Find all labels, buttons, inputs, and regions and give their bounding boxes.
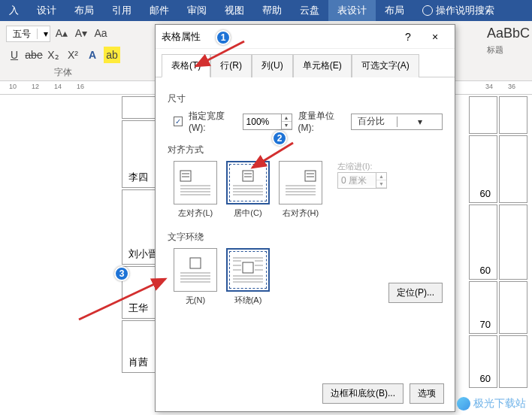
ruler-tick: 16 [77,83,84,90]
style-name: 标题 [484,44,529,56]
shrink-font-icon[interactable]: A▾ [73,25,89,41]
ribbon-tab-mailings[interactable]: 邮件 [141,0,178,21]
ruler-tick: 14 [54,83,62,90]
ribbon-tabs: 入 设计 布局 引用 邮件 审阅 视图 帮助 云盘 表设计 布局 操作说明搜索 [0,0,532,21]
svg-rect-26 [243,262,253,273]
grow-font-icon[interactable]: A▴ [53,25,70,41]
dialog-titlebar[interactable]: 表格属性 ? × [156,25,455,49]
wrap-none-option[interactable] [174,248,217,292]
lightbulb-icon [422,5,433,16]
annotation-badge-1: 1 [216,30,231,45]
superscript-button[interactable]: X² [65,47,81,63]
watermark: 极光下载站 [457,397,526,410]
spinner-down-icon[interactable]: ▼ [282,122,292,129]
wrap-section-label: 文字环绕 [168,231,443,244]
underline-button[interactable]: U [6,47,23,63]
specify-width-checkbox[interactable]: ✓ [174,117,183,126]
ribbon-tab-cloud[interactable]: 云盘 [291,0,328,21]
table-cell[interactable]: 70 [469,281,497,334]
table-properties-dialog: 表格属性 ? × 表格(T) 行(R) 列(U) 单元格(E) 可选文字(A) … [155,24,455,412]
dialog-body: 尺寸 ✓ 指定宽度(W): ▲▼ 度量单位(M): 百分比 ▾ 对齐方式 左对齐… [156,77,455,315]
left-indent-input [338,175,376,186]
ribbon-tab-table-design[interactable]: 表设计 [328,0,376,21]
spinner-up-icon: ▲ [376,173,386,180]
tab-cell[interactable]: 单元格(E) [293,54,352,77]
wrap-none-label: 无(N) [174,295,217,306]
svg-rect-0 [180,171,191,181]
tab-alt-text[interactable]: 可选文字(A) [352,54,419,77]
annotation-badge-3: 3 [114,266,129,281]
options-button[interactable]: 选项 [410,383,444,404]
table-row: 60 [469,135,527,203]
tell-me-search[interactable]: 操作说明搜索 [413,0,503,21]
ribbon-tab-insert[interactable]: 入 [0,0,28,21]
position-button[interactable]: 定位(P)... [388,283,443,303]
left-indent-spinner: ▲▼ [337,172,387,189]
styles-gallery[interactable]: AaBbC 标题 [484,23,529,56]
subscript-button[interactable]: X₂ [45,47,62,63]
svg-rect-14 [305,171,316,181]
align-left-label: 左对齐(L) [174,208,217,219]
wrap-around-label: 环绕(A) [226,295,270,306]
spinner-up-icon[interactable]: ▲ [282,114,292,122]
close-button[interactable]: × [422,31,449,43]
style-sample: AaBbC [484,23,529,44]
dialog-title: 表格属性 [162,30,201,44]
spinner-down-icon: ▼ [376,180,386,188]
ribbon-tab-references[interactable]: 引用 [103,0,141,21]
borders-shading-button[interactable]: 边框和底纹(B)... [322,383,404,404]
document-table-right[interactable]: 60 60 70 60 [467,95,529,389]
ribbon-tab-review[interactable]: 审阅 [178,0,216,21]
specify-width-label: 指定宽度(W): [189,110,237,133]
width-spinner[interactable]: ▲▼ [243,114,292,130]
ribbon-tab-design[interactable]: 设计 [28,0,65,21]
size-section-label: 尺寸 [168,92,443,105]
svg-rect-21 [190,258,201,268]
highlight-button[interactable]: ab [104,47,120,63]
font-size-combo[interactable]: 五号 ▾ [6,26,50,42]
help-button[interactable]: ? [394,31,422,43]
strikethrough-button[interactable]: abe [26,47,42,63]
font-size-value: 五号 [7,28,37,41]
svg-rect-7 [243,171,253,181]
table-cell[interactable]: 60 [469,135,497,203]
text-effects-button[interactable]: A [84,47,101,63]
ruler-tick: 10 [9,83,17,90]
unit-value: 百分比 [352,115,397,128]
table-cell[interactable]: 60 [469,204,497,280]
chevron-down-icon: ▾ [37,29,50,39]
left-indent-label: 左缩进(I): [337,161,387,172]
ruler-tick: 12 [32,83,39,90]
dialog-footer: 边框和底纹(B)... 选项 [322,383,444,404]
align-right-label: 右对齐(H) [279,208,322,219]
table-row: 60 [469,335,527,388]
align-right-option[interactable] [279,161,322,204]
unit-combo[interactable]: 百分比 ▾ [351,114,443,130]
ruler-tick: 34 [485,83,493,90]
change-case-icon[interactable]: Aa [92,25,109,41]
align-center-option[interactable] [226,161,270,204]
align-left-option[interactable] [174,161,217,204]
unit-label: 度量单位(M): [298,110,345,133]
tab-row[interactable]: 行(R) [210,54,252,77]
dialog-tabs: 表格(T) 行(R) 列(U) 单元格(E) 可选文字(A) [156,49,455,77]
ribbon-tab-help[interactable]: 帮助 [253,0,291,21]
annotation-badge-2: 2 [272,131,287,146]
align-center-label: 居中(C) [226,208,270,219]
font-group: 五号 ▾ A▴ A▾ Aa U abe X₂ X² A ab 字体 [0,21,126,80]
watermark-logo-icon [457,397,470,410]
ribbon-tab-layout[interactable]: 布局 [65,0,103,21]
width-input[interactable] [243,117,281,127]
chevron-down-icon: ▾ [397,117,442,127]
ribbon-tab-view[interactable]: 视图 [216,0,253,21]
table-row: 60 [469,204,527,280]
table-cell[interactable]: 60 [469,335,497,388]
tab-table[interactable]: 表格(T) [162,54,210,77]
tell-me-label: 操作说明搜索 [436,4,494,17]
ruler-tick: 36 [508,83,515,90]
tab-column[interactable]: 列(U) [252,54,293,77]
wrap-around-option[interactable] [226,248,270,292]
ribbon-tab-table-layout[interactable]: 布局 [376,0,413,21]
watermark-text: 极光下载站 [473,397,526,410]
font-group-label: 字体 [0,66,126,79]
